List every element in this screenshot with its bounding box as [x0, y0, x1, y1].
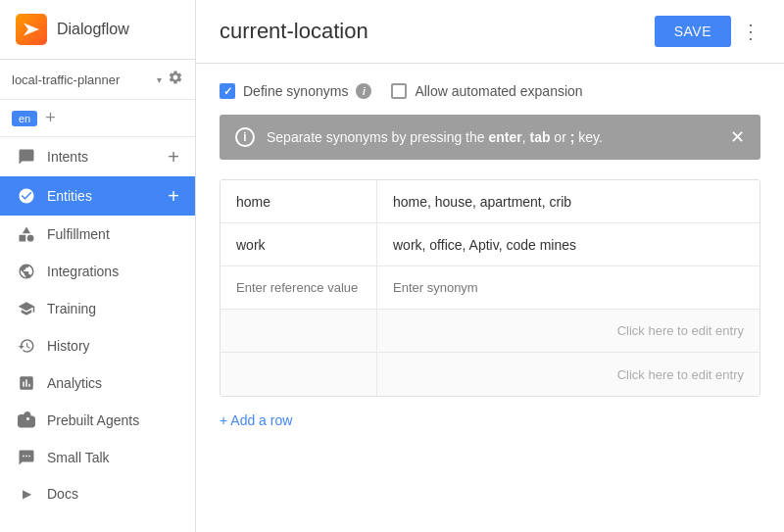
svg-point-2	[27, 235, 34, 242]
analytics-icon	[16, 374, 37, 392]
sidebar-item-label-training: Training	[47, 301, 179, 316]
entity-click-edit-1[interactable]: Click here to edit entry	[377, 310, 760, 352]
small-talk-icon	[16, 449, 37, 466]
save-button[interactable]: SAVE	[655, 16, 731, 47]
entities-icon	[16, 187, 37, 205]
entity-click-edit-2[interactable]: Click here to edit entry	[377, 353, 760, 396]
entity-synonyms-home[interactable]: home, house, apartment, crib	[377, 180, 760, 222]
entity-ref-work[interactable]: work	[220, 223, 377, 266]
info-banner: i Separate synonyms by pressing the ente…	[220, 115, 760, 160]
sidebar-item-analytics[interactable]: Analytics	[0, 364, 195, 402]
sidebar-item-integrations[interactable]: Integrations	[0, 253, 195, 290]
entity-synonyms-work[interactable]: work, office, Aptiv, code mines	[377, 223, 760, 266]
entity-ref-input[interactable]	[220, 266, 377, 309]
content-area: Define synonyms i Allow automated expans…	[196, 64, 784, 532]
sidebar-item-training[interactable]: Training	[0, 290, 195, 327]
prebuilt-icon	[16, 411, 37, 429]
sidebar-item-label-analytics: Analytics	[47, 375, 179, 391]
table-row-click-edit-1[interactable]: Click here to edit entry	[220, 310, 760, 353]
project-dropdown-icon[interactable]: ▾	[157, 74, 162, 85]
sidebar: Dialogflow local-traffic-planner ▾ en + …	[0, 0, 196, 532]
fulfillment-icon	[16, 225, 37, 243]
define-synonyms-help-icon[interactable]: i	[356, 83, 371, 99]
integrations-icon	[16, 263, 37, 280]
define-synonyms-label: Define synonyms	[243, 83, 348, 99]
training-icon	[16, 300, 37, 317]
language-selector[interactable]: en +	[0, 100, 195, 137]
table-row-click-edit-2[interactable]: Click here to edit entry	[220, 353, 760, 396]
project-selector[interactable]: local-traffic-planner ▾	[0, 60, 195, 100]
sidebar-item-label-fulfillment: Fulfillment	[47, 226, 179, 242]
sidebar-item-label-prebuilt: Prebuilt Agents	[47, 412, 179, 428]
intents-add-icon[interactable]: +	[168, 147, 179, 167]
project-settings-icon[interactable]	[168, 70, 183, 89]
add-row-link[interactable]: + Add a row	[220, 412, 292, 428]
info-banner-text: Separate synonyms by pressing the enter,…	[267, 129, 718, 145]
allow-expansion-checkbox[interactable]	[391, 83, 407, 99]
entity-ref-empty-1	[220, 310, 377, 352]
svg-rect-3	[20, 235, 26, 242]
sidebar-item-entities[interactable]: Entities +	[0, 176, 195, 216]
ref-value-input[interactable]	[236, 280, 361, 295]
sidebar-item-intents[interactable]: Intents +	[0, 137, 195, 176]
sidebar-item-small-talk[interactable]: Small Talk	[0, 439, 195, 476]
logo-area: Dialogflow	[0, 0, 195, 60]
info-icon: i	[235, 127, 255, 147]
allow-expansion-label: Allow automated expansion	[415, 83, 582, 99]
table-row-input	[220, 266, 760, 310]
table-row[interactable]: home home, house, apartment, crib	[220, 180, 760, 223]
more-options-icon[interactable]: ⋮	[741, 20, 760, 43]
project-name: local-traffic-planner	[12, 73, 157, 87]
entity-synonyms-input[interactable]	[377, 266, 760, 309]
sidebar-item-prebuilt-agents[interactable]: Prebuilt Agents	[0, 402, 195, 439]
sidebar-item-label-docs: Docs	[47, 486, 179, 502]
define-synonyms-checkbox[interactable]	[220, 83, 235, 99]
sidebar-item-label-entities: Entities	[47, 188, 168, 204]
main-content: current-location SAVE ⋮ Define synonyms …	[196, 0, 784, 532]
entity-table: home home, house, apartment, crib work w…	[220, 179, 760, 397]
language-add-icon[interactable]: +	[45, 108, 56, 128]
sidebar-item-label-intents: Intents	[47, 149, 168, 165]
sidebar-item-label-small-talk: Small Talk	[47, 450, 179, 465]
entity-ref-empty-2	[220, 353, 377, 396]
sidebar-item-label-history: History	[47, 338, 179, 354]
history-icon	[16, 337, 37, 355]
options-row: Define synonyms i Allow automated expans…	[220, 83, 760, 99]
sidebar-item-fulfillment[interactable]: Fulfillment	[0, 216, 195, 253]
synonym-input[interactable]	[393, 280, 744, 295]
table-row[interactable]: work work, office, Aptiv, code mines	[220, 223, 760, 266]
sidebar-item-docs[interactable]: ▶ Docs	[0, 476, 195, 511]
define-synonyms-option[interactable]: Define synonyms i	[220, 83, 371, 99]
entity-ref-home[interactable]: home	[220, 180, 377, 222]
chat-icon	[16, 148, 37, 166]
info-close-button[interactable]: ✕	[730, 126, 745, 148]
main-header: current-location SAVE ⋮	[196, 0, 784, 64]
docs-icon: ▶	[16, 487, 37, 501]
page-title: current-location	[220, 19, 655, 44]
sidebar-item-history[interactable]: History	[0, 327, 195, 364]
app-name: Dialogflow	[57, 21, 129, 38]
dialogflow-logo-icon	[16, 14, 47, 45]
sidebar-item-label-integrations: Integrations	[47, 264, 179, 279]
entities-add-icon[interactable]: +	[168, 186, 179, 206]
language-badge[interactable]: en	[12, 111, 37, 126]
allow-expansion-option[interactable]: Allow automated expansion	[391, 83, 582, 99]
